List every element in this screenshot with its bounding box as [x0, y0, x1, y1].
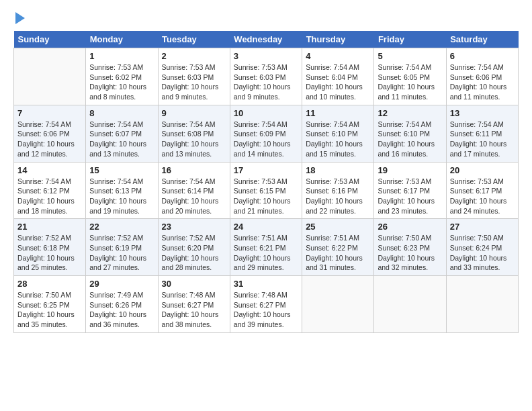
calendar-day-cell: 8Sunrise: 7:54 AMSunset: 6:07 PMDaylight…	[86, 105, 158, 162]
day-number: 24	[234, 222, 298, 232]
calendar-day-cell: 19Sunrise: 7:53 AMSunset: 6:17 PMDayligh…	[374, 162, 446, 219]
day-info: Sunrise: 7:54 AMSunset: 6:11 PMDaylight:…	[450, 120, 515, 159]
calendar-day-cell	[374, 276, 446, 333]
calendar-header: SundayMondayTuesdayWednesdayThursdayFrid…	[14, 31, 519, 48]
day-number: 23	[162, 222, 226, 232]
day-number: 1	[89, 51, 154, 61]
day-number: 6	[450, 51, 515, 61]
calendar-body: 1Sunrise: 7:53 AMSunset: 6:02 PMDaylight…	[14, 48, 519, 333]
calendar-day-cell: 10Sunrise: 7:54 AMSunset: 6:09 PMDayligh…	[230, 105, 302, 162]
day-info: Sunrise: 7:54 AMSunset: 6:14 PMDaylight:…	[162, 177, 226, 216]
calendar-day-cell: 5Sunrise: 7:54 AMSunset: 6:05 PMDaylight…	[374, 48, 446, 105]
calendar-day-cell: 28Sunrise: 7:50 AMSunset: 6:25 PMDayligh…	[14, 276, 86, 333]
day-info: Sunrise: 7:48 AMSunset: 6:27 PMDaylight:…	[162, 290, 226, 330]
day-info: Sunrise: 7:54 AMSunset: 6:09 PMDaylight:…	[234, 120, 298, 159]
day-number: 17	[234, 165, 298, 175]
day-info: Sunrise: 7:54 AMSunset: 6:07 PMDaylight:…	[89, 120, 154, 159]
day-info: Sunrise: 7:50 AMSunset: 6:23 PMDaylight:…	[378, 233, 442, 273]
day-number: 28	[17, 279, 82, 289]
calendar-day-cell: 21Sunrise: 7:52 AMSunset: 6:18 PMDayligh…	[14, 219, 86, 276]
day-info: Sunrise: 7:53 AMSunset: 6:16 PMDaylight:…	[306, 177, 370, 216]
page: SundayMondayTuesdayWednesdayThursdayFrid…	[0, 0, 532, 340]
calendar-week-row: 28Sunrise: 7:50 AMSunset: 6:25 PMDayligh…	[14, 276, 519, 333]
day-number: 25	[306, 222, 370, 232]
day-number: 2	[162, 51, 226, 61]
day-info: Sunrise: 7:54 AMSunset: 6:10 PMDaylight:…	[306, 120, 370, 159]
calendar-day-cell: 25Sunrise: 7:51 AMSunset: 6:22 PMDayligh…	[302, 219, 374, 276]
calendar-day-cell: 20Sunrise: 7:53 AMSunset: 6:17 PMDayligh…	[446, 162, 518, 219]
day-number: 14	[17, 165, 82, 175]
calendar-day-cell: 1Sunrise: 7:53 AMSunset: 6:02 PMDaylight…	[86, 48, 158, 105]
calendar-day-cell: 3Sunrise: 7:53 AMSunset: 6:03 PMDaylight…	[230, 48, 302, 105]
calendar-day-cell: 12Sunrise: 7:54 AMSunset: 6:10 PMDayligh…	[374, 105, 446, 162]
day-info: Sunrise: 7:51 AMSunset: 6:22 PMDaylight:…	[306, 233, 370, 273]
day-number: 19	[378, 165, 442, 175]
day-number: 16	[162, 165, 226, 175]
day-info: Sunrise: 7:50 AMSunset: 6:24 PMDaylight:…	[450, 233, 515, 273]
calendar-day-cell: 7Sunrise: 7:54 AMSunset: 6:06 PMDaylight…	[14, 105, 86, 162]
day-info: Sunrise: 7:53 AMSunset: 6:03 PMDaylight:…	[234, 62, 298, 102]
day-of-week-header: Thursday	[302, 31, 374, 48]
day-number: 30	[162, 279, 226, 289]
calendar-day-cell: 16Sunrise: 7:54 AMSunset: 6:14 PMDayligh…	[158, 162, 230, 219]
calendar-week-row: 14Sunrise: 7:54 AMSunset: 6:12 PMDayligh…	[14, 162, 519, 219]
day-of-week-header: Friday	[374, 31, 446, 48]
calendar-day-cell: 31Sunrise: 7:48 AMSunset: 6:27 PMDayligh…	[230, 276, 302, 333]
calendar-day-cell: 14Sunrise: 7:54 AMSunset: 6:12 PMDayligh…	[14, 162, 86, 219]
day-number: 12	[378, 108, 442, 118]
day-number: 26	[378, 222, 442, 232]
day-number: 29	[89, 279, 154, 289]
day-of-week-header: Sunday	[14, 31, 86, 48]
day-number: 15	[89, 165, 154, 175]
calendar-day-cell: 23Sunrise: 7:52 AMSunset: 6:20 PMDayligh…	[158, 219, 230, 276]
calendar-day-cell: 6Sunrise: 7:54 AMSunset: 6:06 PMDaylight…	[446, 48, 518, 105]
day-number: 13	[450, 108, 515, 118]
day-info: Sunrise: 7:52 AMSunset: 6:18 PMDaylight:…	[17, 233, 82, 273]
day-info: Sunrise: 7:54 AMSunset: 6:06 PMDaylight:…	[450, 62, 515, 102]
calendar-day-cell: 2Sunrise: 7:53 AMSunset: 6:03 PMDaylight…	[158, 48, 230, 105]
day-of-week-header: Monday	[86, 31, 158, 48]
day-number: 11	[306, 108, 370, 118]
day-info: Sunrise: 7:53 AMSunset: 6:03 PMDaylight:…	[162, 62, 226, 102]
day-of-week-header: Tuesday	[158, 31, 230, 48]
day-info: Sunrise: 7:52 AMSunset: 6:20 PMDaylight:…	[162, 233, 226, 273]
day-number: 20	[450, 165, 515, 175]
day-info: Sunrise: 7:54 AMSunset: 6:04 PMDaylight:…	[306, 62, 370, 102]
day-info: Sunrise: 7:53 AMSunset: 6:17 PMDaylight:…	[450, 177, 515, 216]
logo-arrow-icon	[15, 12, 25, 24]
day-number: 10	[234, 108, 298, 118]
day-number: 27	[450, 222, 515, 232]
day-number: 21	[17, 222, 82, 232]
calendar-day-cell: 17Sunrise: 7:53 AMSunset: 6:15 PMDayligh…	[230, 162, 302, 219]
day-number: 5	[378, 51, 442, 61]
header-row: SundayMondayTuesdayWednesdayThursdayFrid…	[14, 31, 519, 48]
day-info: Sunrise: 7:54 AMSunset: 6:12 PMDaylight:…	[17, 177, 82, 216]
logo	[13, 12, 25, 24]
day-info: Sunrise: 7:54 AMSunset: 6:06 PMDaylight:…	[17, 120, 82, 159]
calendar-day-cell: 13Sunrise: 7:54 AMSunset: 6:11 PMDayligh…	[446, 105, 518, 162]
day-number: 9	[162, 108, 226, 118]
header	[13, 12, 519, 24]
calendar-table: SundayMondayTuesdayWednesdayThursdayFrid…	[13, 31, 519, 333]
day-info: Sunrise: 7:50 AMSunset: 6:25 PMDaylight:…	[17, 290, 82, 330]
day-number: 18	[306, 165, 370, 175]
calendar-day-cell: 26Sunrise: 7:50 AMSunset: 6:23 PMDayligh…	[374, 219, 446, 276]
day-number: 3	[234, 51, 298, 61]
day-number: 31	[234, 279, 298, 289]
day-info: Sunrise: 7:54 AMSunset: 6:08 PMDaylight:…	[162, 120, 226, 159]
day-of-week-header: Saturday	[446, 31, 518, 48]
calendar-day-cell: 18Sunrise: 7:53 AMSunset: 6:16 PMDayligh…	[302, 162, 374, 219]
day-info: Sunrise: 7:54 AMSunset: 6:10 PMDaylight:…	[378, 120, 442, 159]
day-info: Sunrise: 7:48 AMSunset: 6:27 PMDaylight:…	[234, 290, 298, 330]
day-number: 7	[17, 108, 82, 118]
calendar-day-cell	[14, 48, 86, 105]
day-of-week-header: Wednesday	[230, 31, 302, 48]
day-info: Sunrise: 7:53 AMSunset: 6:17 PMDaylight:…	[378, 177, 442, 216]
day-info: Sunrise: 7:53 AMSunset: 6:02 PMDaylight:…	[89, 62, 154, 102]
calendar-day-cell: 22Sunrise: 7:52 AMSunset: 6:19 PMDayligh…	[86, 219, 158, 276]
calendar-day-cell: 9Sunrise: 7:54 AMSunset: 6:08 PMDaylight…	[158, 105, 230, 162]
day-number: 8	[89, 108, 154, 118]
day-info: Sunrise: 7:52 AMSunset: 6:19 PMDaylight:…	[89, 233, 154, 273]
calendar-day-cell: 24Sunrise: 7:51 AMSunset: 6:21 PMDayligh…	[230, 219, 302, 276]
calendar-day-cell: 11Sunrise: 7:54 AMSunset: 6:10 PMDayligh…	[302, 105, 374, 162]
